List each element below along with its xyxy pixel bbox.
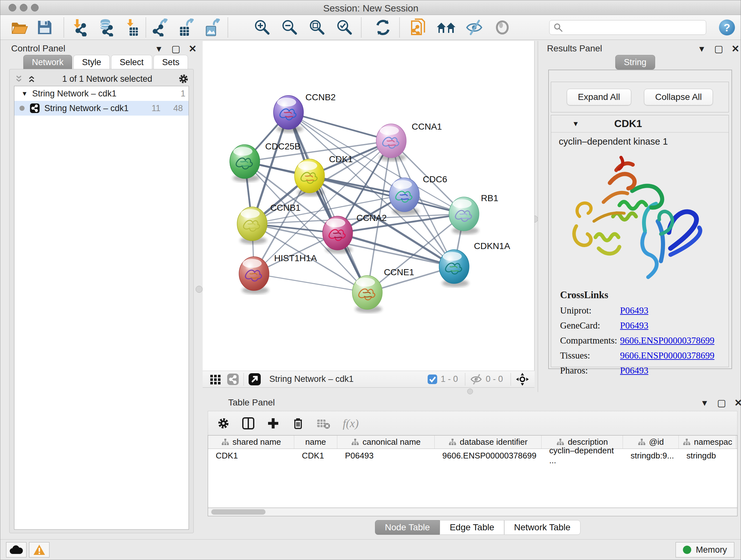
help-button[interactable]: ? xyxy=(719,19,735,36)
column-header-canonical-name[interactable]: canonical name xyxy=(337,435,434,449)
open-in-new-window-icon[interactable] xyxy=(248,373,261,386)
collapse-all-chevrons-icon[interactable] xyxy=(14,74,23,84)
table-row[interactable]: CDK1CDK1P064939606.ENSP00000378699cyclin… xyxy=(208,449,737,462)
column-header-shared-name[interactable]: shared name xyxy=(208,435,294,449)
horizontal-splitter-handle[interactable] xyxy=(467,388,473,394)
import-table-file-icon[interactable] xyxy=(122,18,142,37)
import-network-file-icon[interactable] xyxy=(70,18,90,37)
table-cell[interactable]: CDK1 xyxy=(294,449,337,462)
close-panel-icon[interactable]: ✕ xyxy=(189,44,197,54)
tab-string[interactable]: String xyxy=(615,55,655,70)
network-view-share-icon[interactable] xyxy=(227,373,239,385)
node-CCNA1[interactable]: CCNA1 xyxy=(376,122,442,161)
column-header--id[interactable]: @id xyxy=(623,435,679,449)
birds-eye-crosshair-icon[interactable] xyxy=(515,372,529,386)
houses-icon[interactable] xyxy=(436,18,456,37)
node-CDC25B[interactable]: CDC25B xyxy=(230,141,300,182)
network-canvas[interactable]: CCNB2CCNA1CDC25BCDK1CDC6RB1CCNB1CCNA2CDK… xyxy=(203,41,535,371)
table-type-tabs: Node TableEdge TableNetwork Table xyxy=(375,520,581,535)
tree-expander-icon[interactable]: ▼ xyxy=(21,90,28,98)
collection-name: String Network – cdk1 xyxy=(32,89,117,99)
left-splitter-handle[interactable] xyxy=(196,286,203,293)
gene-card-header[interactable]: ▼ CDK1 xyxy=(551,115,729,132)
tab-style[interactable]: Style xyxy=(73,55,110,70)
selected-checkbox-icon[interactable] xyxy=(427,374,437,384)
application-window: Session: New Session xyxy=(0,0,741,560)
export-image-icon[interactable] xyxy=(203,18,222,37)
table-cell[interactable]: 9606.ENSP00000378699 xyxy=(434,449,542,462)
table-panel-buttons: ▼ ▢ ✕ xyxy=(700,398,741,408)
tab-sets[interactable]: Sets xyxy=(153,55,188,70)
crosslink-link[interactable]: P06493 xyxy=(620,305,649,316)
network-row[interactable]: String Network – cdk1 11 48 xyxy=(14,101,189,116)
scrollbar-thumb[interactable] xyxy=(211,509,266,515)
gene-expander-icon[interactable]: ▼ xyxy=(572,120,579,128)
title-bar: Session: New Session xyxy=(0,0,741,15)
float-panel-icon[interactable]: ▢ xyxy=(717,398,726,408)
node-CCNE1[interactable]: CCNE1 xyxy=(352,267,414,313)
crosslink-link[interactable]: P06493 xyxy=(620,320,649,331)
tab-node-table[interactable]: Node Table xyxy=(375,520,440,535)
column-attribute-icon xyxy=(683,438,691,446)
new-network-from-selection-icon[interactable] xyxy=(408,18,428,37)
export-table-icon[interactable] xyxy=(177,18,196,37)
save-session-icon[interactable] xyxy=(35,18,55,37)
crosslink-link[interactable]: 9606.ENSP00000378699 xyxy=(620,350,715,361)
hide-selected-eye-slash-icon[interactable] xyxy=(464,18,484,37)
expand-all-button[interactable]: Expand All xyxy=(567,89,631,105)
zoom-in-icon[interactable] xyxy=(253,18,272,37)
table-cell[interactable]: CDK1 xyxy=(208,449,294,462)
crosslink-link[interactable]: 9606.ENSP00000378699 xyxy=(620,335,715,346)
node-CDK1[interactable]: CDK1 xyxy=(294,154,353,196)
tab-network-table[interactable]: Network Table xyxy=(504,520,581,535)
node-CDKN1A[interactable]: CDKN1A xyxy=(439,241,510,287)
cloud-button[interactable] xyxy=(6,542,26,557)
apply-layout-icon[interactable] xyxy=(373,18,393,37)
import-network-database-icon[interactable] xyxy=(96,18,116,37)
node-HIST1H1A[interactable]: HIST1H1A xyxy=(239,253,317,294)
control-panel-title: Control Panel xyxy=(11,44,65,54)
close-panel-icon[interactable]: ✕ xyxy=(731,44,739,54)
node-CDC6[interactable]: CDC6 xyxy=(389,174,447,215)
memory-button[interactable]: Memory xyxy=(676,542,734,557)
float-panel-icon[interactable]: ▢ xyxy=(172,44,180,54)
node-RB1[interactable]: RB1 xyxy=(449,193,498,234)
column-header-namespac[interactable]: namespac xyxy=(679,435,736,449)
table-cell[interactable]: stringdb:9... xyxy=(623,449,679,462)
float-panel-icon[interactable]: ▢ xyxy=(714,44,723,54)
add-column-plus-icon[interactable] xyxy=(267,417,280,430)
tab-network[interactable]: Network xyxy=(23,55,72,70)
crosslinks-heading: CrossLinks xyxy=(560,289,729,301)
warnings-button[interactable] xyxy=(29,542,50,557)
tab-edge-table[interactable]: Edge Table xyxy=(440,520,504,535)
delete-column-trash-icon[interactable] xyxy=(292,417,305,430)
close-panel-icon[interactable]: ✕ xyxy=(734,398,741,408)
network-collection-row[interactable]: ▼ String Network – cdk1 1 xyxy=(14,86,189,101)
crosslink-link[interactable]: P06493 xyxy=(620,365,649,376)
gear-icon[interactable] xyxy=(178,73,189,84)
collapse-panel-icon[interactable]: ▼ xyxy=(155,45,163,53)
show-columns-icon[interactable] xyxy=(242,417,255,430)
collapse-panel-icon[interactable]: ▼ xyxy=(697,45,706,53)
table-cell[interactable]: P06493 xyxy=(337,449,434,462)
table-settings-gear-icon[interactable] xyxy=(217,417,230,430)
global-search-input[interactable] xyxy=(549,20,706,35)
column-header-name[interactable]: name xyxy=(294,435,337,449)
zoom-fit-icon[interactable] xyxy=(307,18,327,37)
export-network-icon[interactable] xyxy=(150,18,170,37)
control-panel: Control Panel ▼ ▢ ✕ NetworkStyleSelectSe… xyxy=(3,41,199,538)
table-cell[interactable]: cyclin–dependent ... xyxy=(542,449,623,462)
zoom-out-icon[interactable] xyxy=(280,18,300,37)
zoom-selected-icon[interactable] xyxy=(335,18,354,37)
collapse-panel-icon[interactable]: ▼ xyxy=(700,399,709,407)
open-session-icon[interactable] xyxy=(10,18,30,37)
grid-view-icon[interactable] xyxy=(210,374,221,385)
collapse-all-button[interactable]: Collapse All xyxy=(644,89,713,105)
expand-all-chevrons-icon[interactable] xyxy=(27,74,37,84)
tab-select[interactable]: Select xyxy=(111,55,152,70)
crosslink-label: Tissues: xyxy=(560,350,620,361)
table-horizontal-scrollbar[interactable] xyxy=(208,508,738,516)
network-selected-count: 1 of 1 Network selected xyxy=(37,74,178,84)
table-cell[interactable]: stringdb xyxy=(679,449,736,462)
column-header-database-identifier[interactable]: database identifier xyxy=(434,435,542,449)
